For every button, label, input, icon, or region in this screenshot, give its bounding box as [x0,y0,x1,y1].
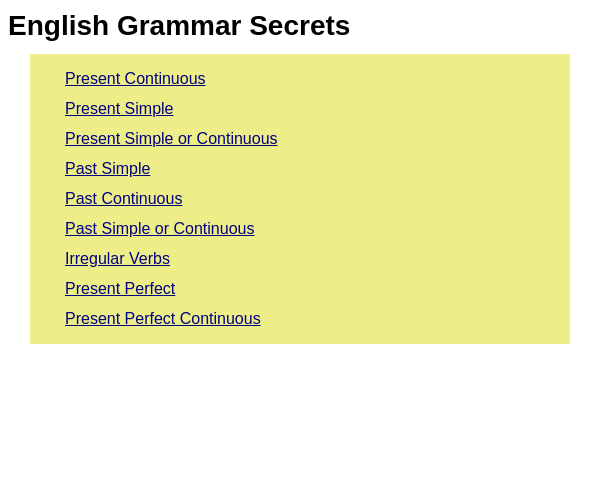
list-item: Present Simple [30,94,570,124]
nav-link-4[interactable]: Past Continuous [65,190,182,207]
nav-link-6[interactable]: Irregular Verbs [65,250,170,267]
list-item: Irregular Verbs [30,244,570,274]
nav-link-2[interactable]: Present Simple or Continuous [65,130,278,147]
list-item: Present Perfect Continuous [30,304,570,334]
nav-link-3[interactable]: Past Simple [65,160,150,177]
nav-link-1[interactable]: Present Simple [65,100,174,117]
list-item: Past Simple or Continuous [30,214,570,244]
list-item: Present Simple or Continuous [30,124,570,154]
nav-container: Present ContinuousPresent SimplePresent … [30,54,570,344]
list-item: Present Continuous [30,64,570,94]
nav-link-7[interactable]: Present Perfect [65,280,175,297]
list-item: Present Perfect [30,274,570,304]
page-header: English Grammar Secrets [0,0,600,54]
page-title: English Grammar Secrets [8,10,592,42]
nav-link-8[interactable]: Present Perfect Continuous [65,310,261,327]
nav-list: Present ContinuousPresent SimplePresent … [30,64,570,334]
list-item: Past Continuous [30,184,570,214]
nav-link-5[interactable]: Past Simple or Continuous [65,220,254,237]
list-item: Past Simple [30,154,570,184]
nav-link-0[interactable]: Present Continuous [65,70,206,87]
